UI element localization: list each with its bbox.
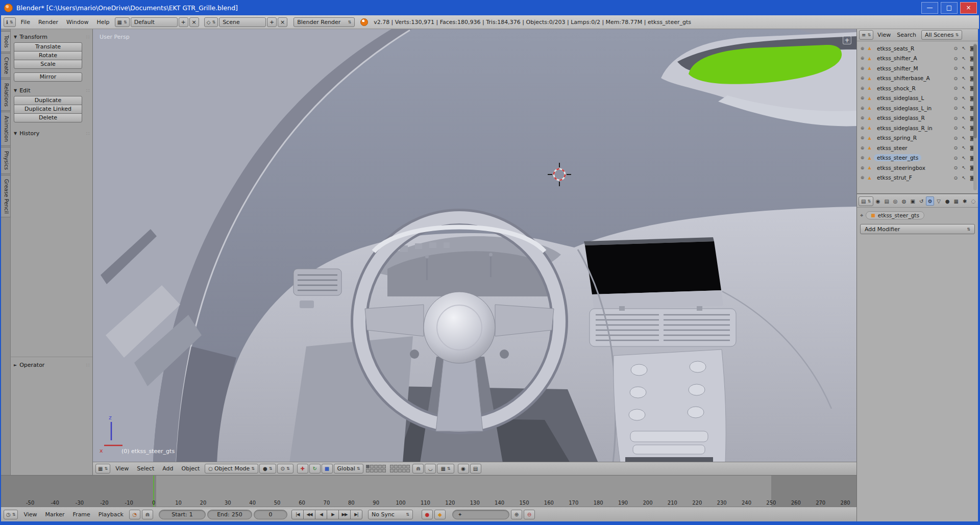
editor-type-button[interactable]: ℹ ⇅ bbox=[4, 17, 16, 27]
close-button[interactable]: × bbox=[960, 2, 977, 14]
center-console[interactable] bbox=[614, 349, 726, 462]
layer-toggle[interactable] bbox=[374, 465, 378, 468]
visibility-eye-icon[interactable]: ⊙ bbox=[952, 115, 959, 121]
object-name[interactable]: etkss_shifter_A bbox=[874, 55, 920, 62]
dashboard-screen[interactable] bbox=[584, 237, 723, 310]
opengl-render-button[interactable]: ◉ bbox=[458, 464, 469, 473]
layer-toggle[interactable] bbox=[370, 465, 374, 468]
manipulator-scale-button[interactable]: ■ bbox=[322, 464, 333, 473]
layer-toggle[interactable] bbox=[402, 469, 406, 472]
layer-toggle[interactable] bbox=[394, 465, 398, 468]
opengl-render-anim-button[interactable]: ▤ bbox=[470, 464, 481, 473]
record-button[interactable]: ● bbox=[422, 510, 433, 519]
menu-item[interactable]: Search bbox=[894, 30, 919, 40]
tool-shelf-tab[interactable]: Physics bbox=[1, 147, 11, 174]
outliner-row[interactable]: ⊕ ▲ etkss_strut_F ⊙ ↖ ◙ bbox=[858, 173, 977, 183]
selectability-cursor-icon[interactable]: ↖ bbox=[961, 125, 967, 131]
layer-toggle[interactable] bbox=[398, 469, 402, 472]
add-layout-button[interactable]: + bbox=[179, 17, 188, 27]
panel-drag-icon[interactable]: ∷ bbox=[86, 34, 89, 40]
playback-button[interactable]: ▶ bbox=[327, 510, 339, 519]
expand-icon[interactable]: ⊕ bbox=[860, 155, 865, 160]
layout-name-field[interactable]: Default bbox=[131, 17, 178, 27]
snap-element-dropdown[interactable]: ▦ ⇅ bbox=[437, 464, 454, 473]
transform-orientation-dropdown[interactable]: Global ⇅ bbox=[334, 464, 364, 473]
tool-shelf-tab[interactable]: Animation bbox=[1, 112, 11, 146]
panel-drag-icon[interactable]: ∷ bbox=[86, 88, 89, 93]
end-frame-field[interactable]: End: 250 bbox=[207, 510, 252, 519]
layer-toggle[interactable] bbox=[382, 469, 386, 472]
menu-item[interactable]: View bbox=[111, 463, 133, 474]
visibility-eye-icon[interactable]: ⊙ bbox=[952, 105, 959, 111]
current-frame-field[interactable]: 0 bbox=[254, 510, 287, 519]
selectability-cursor-icon[interactable]: ↖ bbox=[961, 45, 967, 51]
manipulator-rotate-button[interactable]: ↻ bbox=[309, 464, 321, 473]
menu-item[interactable]: Add bbox=[158, 463, 177, 474]
visibility-eye-icon[interactable]: ⊙ bbox=[952, 175, 959, 181]
properties-tab-icon[interactable]: ⚙ bbox=[926, 196, 934, 206]
use-preview-range-button[interactable]: ◔ bbox=[129, 510, 140, 519]
visibility-eye-icon[interactable]: ⊙ bbox=[952, 135, 959, 141]
tool-button[interactable]: Rotate bbox=[14, 51, 82, 60]
browse-scenes-button[interactable]: ◇ ⇅ bbox=[204, 17, 218, 27]
selectability-cursor-icon[interactable]: ↖ bbox=[961, 175, 967, 181]
selectability-cursor-icon[interactable]: ↖ bbox=[961, 95, 967, 101]
playback-button[interactable]: ▶▶ bbox=[338, 510, 351, 519]
tool-button[interactable]: Duplicate Linked bbox=[14, 105, 82, 114]
playback-button[interactable]: ◀◀ bbox=[303, 510, 315, 519]
layer-toggle[interactable] bbox=[398, 465, 402, 468]
outliner-row[interactable]: ⊕ ▲ etkss_shock_R ⊙ ↖ ◙ bbox=[858, 83, 977, 93]
object-name[interactable]: etkss_strut_F bbox=[874, 174, 915, 181]
pin-icon[interactable]: ⌖ bbox=[860, 212, 863, 219]
tool-shelf-tab[interactable]: Create bbox=[1, 53, 11, 78]
properties-tab-icon[interactable]: ▤ bbox=[883, 196, 891, 206]
expand-icon[interactable]: ⊕ bbox=[860, 56, 865, 61]
layer-toggle[interactable] bbox=[382, 465, 386, 468]
visibility-eye-icon[interactable]: ⊙ bbox=[952, 56, 959, 61]
selectability-cursor-icon[interactable]: ↖ bbox=[961, 135, 967, 141]
tool-button[interactable]: Scale bbox=[14, 60, 82, 69]
outliner-row[interactable]: ⊕ ▲ etkss_steeringbox ⊙ ↖ ◙ bbox=[858, 163, 977, 173]
object-name[interactable]: etkss_steeringbox bbox=[874, 164, 928, 171]
layer-toggle[interactable] bbox=[374, 469, 378, 472]
layer-toggle[interactable] bbox=[366, 469, 370, 472]
add-scene-button[interactable]: + bbox=[267, 17, 277, 27]
scene-name-field[interactable]: Scene bbox=[219, 17, 266, 27]
lock-icon[interactable]: ⋒ bbox=[412, 464, 424, 473]
properties-tab-icon[interactable]: ▣ bbox=[909, 196, 917, 206]
menu-item[interactable]: Frame bbox=[69, 509, 94, 520]
expand-icon[interactable]: ⊕ bbox=[860, 106, 865, 111]
layer-toggle[interactable] bbox=[390, 469, 394, 472]
snap-magnet-button[interactable]: ◡ bbox=[425, 464, 436, 473]
outliner-row[interactable]: ⊕ ▲ etkss_steer ⊙ ↖ ◙ bbox=[858, 143, 977, 153]
outliner-row[interactable]: ⊕ ▲ etkss_steer_gts ⊙ ↖ ◙ bbox=[858, 153, 977, 163]
timeline-scrub-area[interactable]: -50-40-30-20-100102030405060708090100110… bbox=[1, 475, 856, 507]
editor-type-button[interactable]: ≡ ⇅ bbox=[859, 30, 873, 40]
tool-shelf-tab[interactable]: Relations bbox=[1, 79, 11, 111]
lock-time-cursor-button[interactable]: ⋒ bbox=[142, 510, 153, 519]
visibility-eye-icon[interactable]: ⊙ bbox=[952, 85, 959, 91]
object-name[interactable]: etkss_sideglass_R bbox=[874, 114, 928, 121]
mode-dropdown[interactable]: ○ Object Mode ⇅ bbox=[205, 464, 258, 473]
object-name[interactable]: etkss_spring_R bbox=[874, 134, 920, 141]
properties-tab-icon[interactable]: ● bbox=[943, 196, 951, 206]
properties-tab-icon[interactable]: ▽ bbox=[935, 196, 943, 206]
playback-button[interactable]: ▶| bbox=[350, 510, 362, 519]
expand-icon[interactable]: ⊕ bbox=[860, 126, 865, 131]
outliner-row[interactable]: ⊕ ▲ etkss_sideglass_R_in ⊙ ↖ ◙ bbox=[858, 123, 977, 133]
outliner-scrollbar[interactable] bbox=[973, 43, 977, 190]
expand-icon[interactable]: ⊕ bbox=[860, 46, 865, 51]
properties-tab-icon[interactable]: ↺ bbox=[917, 196, 925, 206]
expand-icon[interactable]: ⊕ bbox=[860, 135, 865, 140]
layer-toggle[interactable] bbox=[402, 465, 406, 468]
visibility-eye-icon[interactable]: ⊙ bbox=[952, 145, 959, 151]
editor-type-button[interactable]: ◷ ⇅ bbox=[4, 510, 18, 519]
manipulator-translate-button[interactable]: ✚ bbox=[297, 464, 308, 473]
add-modifier-button[interactable]: Add Modifier ⇅ bbox=[860, 224, 975, 234]
expand-icon[interactable]: ⊕ bbox=[860, 86, 865, 91]
menu-item[interactable]: Help bbox=[92, 17, 113, 28]
expand-icon[interactable]: ⊕ bbox=[860, 115, 865, 120]
object-name[interactable]: etkss_shifter_M bbox=[874, 65, 921, 72]
expand-icon[interactable]: ⊕ bbox=[860, 165, 865, 170]
properties-tab-icon[interactable]: ◉ bbox=[874, 196, 882, 206]
